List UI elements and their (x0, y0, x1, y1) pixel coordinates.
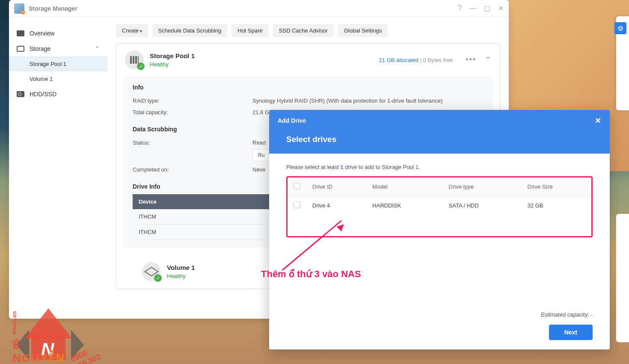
raid-value: Synology Hybrid RAID (SHR) (With data pr… (252, 98, 484, 104)
dialog-body: Please select at least 1 drive to add to… (269, 154, 610, 311)
cell-model: HARDDISK (366, 196, 442, 215)
dialog-header: Add Drive ✕ (269, 110, 610, 131)
volume-name: Volume 1 (167, 264, 195, 271)
pool-meta: 21 GB allocated | 0 Bytes free (379, 57, 453, 63)
volume-title-block: Volume 1 Healthy (167, 264, 195, 279)
run-now-button[interactable]: Ru (252, 149, 270, 161)
ssd-cache-button[interactable]: SSD Cache Advisor (273, 24, 334, 37)
col-device: Device (133, 194, 264, 209)
sidebar-item-hddssd[interactable]: HDD/SSD (9, 86, 107, 102)
sidebar-label: Storage Pool 1 (30, 61, 66, 67)
window-controls: ? — ▢ ✕ (458, 4, 504, 12)
chevron-up-icon: ⌃ (95, 45, 100, 52)
sidebar-item-overview[interactable]: Overview (9, 26, 107, 41)
pool-name: Storage Pool 1 (150, 52, 195, 59)
minimize-icon[interactable]: — (469, 4, 476, 12)
drive-select-table: Drive ID Model Drive type Drive Size Dri… (288, 178, 591, 236)
toolbar: Create Schedule Data Scrubbing Hot Spare… (116, 24, 500, 37)
next-button[interactable]: Next (549, 325, 593, 340)
schedule-scrubbing-button[interactable]: Schedule Data Scrubbing (152, 24, 227, 37)
dialog-footer: Estimated capacity: - Next (269, 311, 610, 349)
storage-icon (17, 46, 24, 52)
info-title: Info (133, 84, 484, 91)
collapse-icon[interactable]: ⌃ (485, 55, 491, 65)
volume-icon: ✓ (142, 262, 161, 281)
add-drive-dialog: Add Drive ✕ Select drives Please select … (269, 110, 610, 349)
sidebar-label: Overview (30, 30, 54, 37)
help-icon[interactable]: ? (458, 4, 462, 12)
global-settings-button[interactable]: Global Settings (338, 24, 388, 37)
dialog-close-icon[interactable]: ✕ (595, 116, 601, 125)
drive-row[interactable]: Drive 4 HARDDISK SATA / HDD 32 GB (288, 196, 591, 215)
titlebar: Storage Manager ? — ▢ ✕ (9, 0, 509, 17)
completed-label: Completed on: (133, 166, 252, 173)
pool-title-block: Storage Pool 1 Healthy (150, 52, 195, 68)
cell-device: ITHCM (133, 209, 264, 225)
close-icon[interactable]: ✕ (498, 4, 504, 12)
cell-device: ITHCM (133, 225, 264, 240)
drive-select-highlight: Drive ID Model Drive type Drive Size Dri… (286, 176, 593, 237)
pool-actions: ••• ⌃ (466, 55, 491, 65)
dialog-instruction: Please select at least 1 drive to add to… (286, 164, 593, 170)
volume-status: Healthy (167, 273, 195, 279)
sidebar-label: Volume 1 (30, 76, 53, 82)
window-title: Storage Manager (29, 5, 458, 12)
select-all-checkbox[interactable] (294, 183, 300, 189)
sidebar-item-volume1[interactable]: Volume 1 (9, 71, 107, 86)
status-label: Status: (133, 139, 252, 161)
cell-size: 32 GB (522, 196, 591, 215)
col-type: Drive type (443, 178, 522, 196)
col-drive-id: Drive ID (306, 178, 366, 196)
cell-type: SATA / HDD (443, 196, 522, 215)
estimated-capacity: Estimated capacity: - (541, 311, 593, 318)
pool-status: Healthy (150, 61, 195, 68)
check-icon: ✓ (137, 62, 145, 70)
dialog-title: Add Drive (278, 117, 306, 124)
pool-icon: ✓ (125, 50, 144, 69)
raid-bars-icon (130, 56, 139, 64)
raid-label: RAID type: (133, 98, 252, 104)
sidebar-item-storage[interactable]: Storage ⌃ (9, 41, 107, 56)
free-text: 0 Bytes free (423, 57, 453, 63)
info-row-raid: RAID type: Synology Hybrid RAID (SHR) (W… (133, 95, 484, 107)
check-icon: ✓ (154, 274, 162, 282)
dialog-subtitle: Select drives (269, 131, 610, 154)
col-checkbox (288, 178, 306, 196)
more-icon[interactable]: ••• (466, 55, 476, 65)
overview-icon (17, 30, 24, 36)
capacity-label: Total capacity: (133, 109, 252, 115)
pool-header: ✓ Storage Pool 1 Healthy 21 GB allocated… (116, 44, 500, 76)
col-size: Drive Size (522, 178, 591, 196)
cell-drive-id: Drive 4 (306, 196, 366, 215)
sidebar-label: HDD/SSD (30, 91, 56, 98)
meta-sep: | (420, 57, 423, 63)
allocated-text: 21 GB allocated (379, 57, 419, 63)
col-model: Model (366, 178, 442, 196)
gear-icon[interactable]: ⚙ (614, 22, 626, 34)
hot-spare-button[interactable]: Hot Spare (231, 24, 269, 37)
sidebar-item-pool1[interactable]: Storage Pool 1 (9, 56, 107, 71)
sidebar-label: Storage (30, 45, 50, 52)
sidebar: Overview Storage ⌃ Storage Pool 1 Volume… (9, 17, 107, 319)
row-checkbox[interactable] (294, 201, 300, 208)
right-widgets-panel (616, 214, 629, 342)
maximize-icon[interactable]: ▢ (484, 4, 490, 12)
app-icon (14, 3, 24, 14)
hdd-icon (17, 91, 24, 97)
create-button[interactable]: Create (116, 24, 148, 37)
